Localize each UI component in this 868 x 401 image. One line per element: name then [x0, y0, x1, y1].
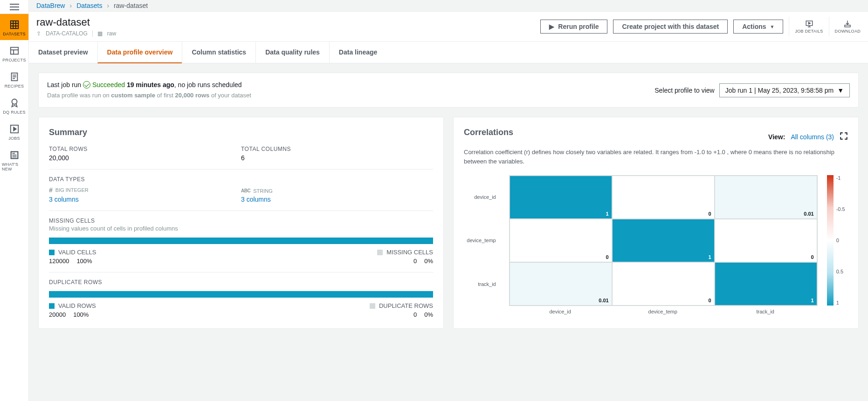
type-string-label: ABCSTRING	[241, 188, 273, 194]
table-small-icon: ▦	[97, 30, 103, 37]
heatmap-cell: 0.01	[715, 176, 817, 219]
breadcrumb-section[interactable]: Datasets	[76, 2, 102, 9]
legend-missing-swatch	[377, 250, 383, 255]
missing-cells-title: MISSING CELLS	[49, 217, 433, 224]
catalog-name: DATA-CATALOG	[46, 30, 88, 37]
table-name: raw	[107, 30, 116, 37]
string-columns-link[interactable]: 3 columns	[241, 196, 433, 203]
badge-icon	[9, 98, 20, 108]
legend-valid-swatch	[49, 250, 55, 255]
status-bar: Last job run Succeeded 19 minutes ago, n…	[38, 73, 859, 108]
hash-icon: #	[49, 186, 53, 194]
view-label: View:	[768, 133, 785, 141]
tab-column-statistics[interactable]: Column statistics	[182, 42, 255, 63]
correlations-panel: Correlations View: All columns (3) Corre…	[453, 117, 859, 329]
catalog-icon: ⇪	[36, 30, 41, 37]
heatmap-cell: 0.01	[510, 262, 612, 306]
check-circle-icon	[83, 81, 90, 88]
page-title: raw-dataset	[36, 16, 116, 28]
create-project-button[interactable]: Create project with this dataset	[613, 20, 728, 34]
svg-point-12	[12, 99, 17, 104]
profile-select[interactable]: Job run 1 | May 25, 2023, 9:58:58 pm ▼	[719, 83, 850, 97]
heatmap-cell: 0	[612, 176, 715, 219]
svg-rect-0	[10, 21, 18, 29]
correlations-description: Correlation coefficient (r) defines how …	[464, 148, 848, 166]
grid-icon	[9, 20, 20, 30]
tab-data-lineage[interactable]: Data lineage	[329, 42, 386, 63]
svg-rect-5	[10, 48, 18, 54]
breadcrumb: DataBrew › Datasets › raw-dataset	[29, 0, 868, 11]
caret-down-icon: ▼	[770, 24, 775, 29]
hamburger-icon	[10, 4, 19, 10]
chevron-right-icon: ›	[107, 2, 109, 9]
nav-datasets[interactable]: DATASETS	[0, 14, 28, 40]
heatmap-cell: 0	[715, 219, 817, 262]
tab-data-profile-overview[interactable]: Data profile overview	[97, 42, 182, 63]
nav-whats-new[interactable]: WHAT'S NEW	[0, 144, 28, 175]
legend-valid-rows-swatch	[49, 303, 55, 309]
color-scale: -1 -0.5 0 0.5 1	[827, 175, 845, 314]
svg-marker-23	[808, 22, 810, 24]
total-cols-value: 6	[241, 154, 433, 162]
hamburger-menu[interactable]	[0, 0, 28, 14]
heatmap-cell: 0	[612, 262, 715, 306]
big-integer-columns-link[interactable]: 3 columns	[49, 196, 241, 203]
total-rows-value: 20,000	[49, 154, 241, 162]
svg-marker-14	[14, 127, 16, 130]
total-rows-label: TOTAL ROWS	[49, 146, 241, 152]
breadcrumb-current: raw-dataset	[114, 2, 148, 9]
nav-projects[interactable]: PROJECTS	[0, 40, 28, 66]
summary-panel: Summary TOTAL ROWS 20,000 TOTAL COLUMNS …	[38, 117, 444, 329]
page-header: raw-dataset ⇪ DATA-CATALOG ▦ raw ▶ Rerun…	[29, 11, 868, 42]
missing-cells-bar	[49, 238, 433, 244]
document-icon	[9, 72, 20, 82]
view-all-columns-link[interactable]: All columns (3)	[791, 133, 834, 141]
summary-title: Summary	[49, 128, 433, 137]
caret-down-icon: ▼	[837, 87, 844, 94]
expand-icon[interactable]	[840, 132, 848, 142]
chevron-right-icon: ›	[69, 2, 72, 9]
type-big-integer-label: #BIG INTEGER	[49, 186, 89, 194]
breadcrumb-root[interactable]: DataBrew	[36, 2, 65, 9]
tab-bar: Dataset preview Data profile overview Co…	[29, 42, 868, 63]
total-cols-label: TOTAL COLUMNS	[241, 146, 433, 152]
job-details-link[interactable]: JOB DETAILS	[795, 20, 823, 34]
duplicate-rows-bar	[49, 291, 433, 298]
rerun-profile-button[interactable]: ▶ Rerun profile	[540, 20, 607, 34]
left-sidebar: DATASETS PROJECTS RECIPES DQ RULES JOBS	[0, 0, 29, 401]
heatmap-cell: 0	[510, 219, 612, 262]
actions-dropdown[interactable]: Actions ▼	[733, 20, 783, 34]
heatmap-cell: 1	[612, 219, 715, 262]
svg-rect-24	[845, 25, 850, 27]
missing-cells-sub: Missing values count of cells in profile…	[49, 225, 433, 232]
download-icon	[843, 20, 852, 28]
screen-icon	[805, 20, 813, 28]
correlations-title: Correlations	[464, 128, 513, 137]
abc-icon: ABC	[241, 188, 250, 193]
data-types-label: DATA TYPES	[49, 176, 433, 183]
play-icon	[9, 124, 20, 134]
table-icon	[9, 46, 20, 56]
nav-recipes[interactable]: RECIPES	[0, 66, 28, 92]
news-icon	[9, 150, 20, 160]
tab-dataset-preview[interactable]: Dataset preview	[29, 42, 97, 63]
duplicate-rows-title: DUPLICATE ROWS	[49, 279, 433, 285]
legend-dup-rows-swatch	[370, 303, 375, 309]
job-time: 19 minutes ago	[127, 81, 174, 88]
play-small-icon: ▶	[549, 23, 554, 30]
heatmap-cell: 1	[715, 262, 817, 306]
correlation-heatmap: device_id device_temp track_id 1 0 0.01 …	[464, 175, 848, 314]
tab-data-quality-rules[interactable]: Data quality rules	[255, 42, 329, 63]
heatmap-cell: 1	[510, 176, 612, 219]
profile-select-label: Select profile to view	[654, 87, 714, 94]
nav-dq-rules[interactable]: DQ RULES	[0, 92, 28, 118]
job-state: Succeeded	[92, 81, 125, 88]
nav-jobs[interactable]: JOBS	[0, 118, 28, 144]
download-link[interactable]: DOWNLOAD	[835, 20, 861, 34]
